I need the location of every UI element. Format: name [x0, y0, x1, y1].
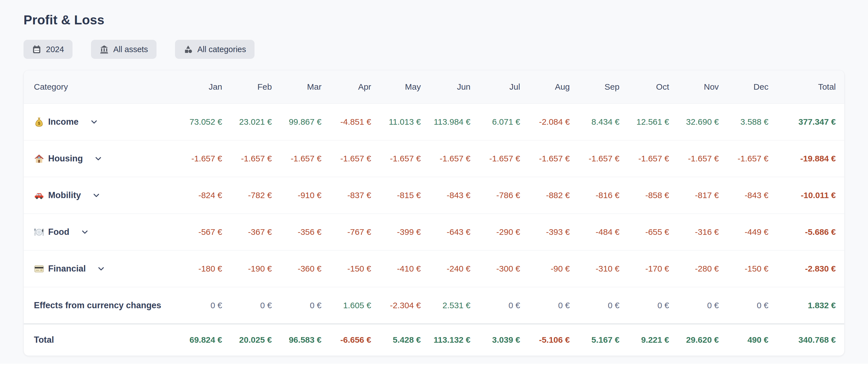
value-cell: -6.656 € — [330, 324, 379, 355]
chevron-down-icon[interactable] — [92, 191, 100, 200]
value-cell: -5.106 € — [529, 324, 578, 355]
categories-filter-button[interactable]: All categories — [175, 40, 254, 59]
money-bag-icon: $ — [34, 117, 44, 127]
value-cell: 99.867 € — [280, 104, 330, 140]
value-cell: 32.690 € — [678, 104, 727, 140]
value-cell: -843 € — [429, 177, 479, 214]
value-cell: 0 € — [678, 287, 727, 324]
chevron-down-icon[interactable] — [81, 228, 89, 236]
value-cell: 5.167 € — [578, 324, 628, 355]
profit-loss-table: CategoryJanFebMarAprMayJunJulAugSepOctNo… — [24, 70, 844, 355]
bank-icon — [99, 45, 109, 54]
value-cell: 0 € — [231, 287, 280, 324]
credit-card-icon — [34, 264, 44, 274]
value-cell: 2.531 € — [429, 287, 479, 324]
column-header-feb: Feb — [231, 70, 280, 104]
value-cell: -1.657 € — [678, 140, 727, 177]
table-row: Housing -1.657 €-1.657 €-1.657 €-1.657 €… — [24, 140, 844, 177]
value-cell: -484 € — [578, 214, 628, 251]
value-cell: -170 € — [628, 251, 677, 287]
column-header-total: Total — [777, 70, 844, 104]
value-cell: 0 € — [479, 287, 528, 324]
value-cell: 11.013 € — [380, 104, 429, 140]
chevron-down-icon[interactable] — [97, 264, 105, 273]
row-total-cell: -19.884 € — [777, 140, 844, 177]
row-total-cell: 340.768 € — [777, 324, 844, 355]
value-cell: 113.984 € — [429, 104, 479, 140]
value-cell: -300 € — [479, 251, 528, 287]
table-row: Financial -180 €-190 €-360 €-150 €-410 €… — [24, 251, 844, 287]
svg-text:$: $ — [38, 121, 40, 125]
food-icon — [34, 227, 44, 237]
table-row: Mobility -824 €-782 €-910 €-837 €-815 €-… — [24, 177, 844, 214]
column-header-apr: Apr — [330, 70, 379, 104]
value-cell: 3.588 € — [727, 104, 777, 140]
table-row: Total 69.824 €20.025 €96.583 €-6.656 €5.… — [24, 324, 844, 355]
chevron-down-icon[interactable] — [94, 154, 102, 163]
column-header-sep: Sep — [578, 70, 628, 104]
value-cell: 0 € — [578, 287, 628, 324]
chevron-down-icon[interactable] — [90, 118, 98, 126]
value-cell: -1.657 € — [578, 140, 628, 177]
value-cell: -1.657 € — [280, 140, 330, 177]
category-cell[interactable]: Financial — [24, 251, 181, 287]
value-cell: 69.824 € — [181, 324, 230, 355]
value-cell: -190 € — [231, 251, 280, 287]
value-cell: -1.657 € — [727, 140, 777, 177]
value-cell: -782 € — [231, 177, 280, 214]
column-header-nov: Nov — [678, 70, 727, 104]
column-header-aug: Aug — [529, 70, 578, 104]
category-cell[interactable]: Food — [24, 214, 181, 251]
value-cell: -655 € — [628, 214, 677, 251]
value-cell: 12.561 € — [628, 104, 677, 140]
value-cell: 5.428 € — [380, 324, 429, 355]
value-cell: -90 € — [529, 251, 578, 287]
value-cell: 20.025 € — [231, 324, 280, 355]
value-cell: -393 € — [529, 214, 578, 251]
category-label: Effects from currency changes — [34, 301, 161, 311]
value-cell: 1.605 € — [330, 287, 379, 324]
value-cell: 0 € — [280, 287, 330, 324]
value-cell: -824 € — [181, 177, 230, 214]
calendar-icon — [32, 45, 41, 54]
value-cell: -817 € — [678, 177, 727, 214]
category-label: Financial — [48, 264, 86, 274]
car-icon — [34, 190, 44, 201]
value-cell: 73.052 € — [181, 104, 230, 140]
value-cell: -910 € — [280, 177, 330, 214]
column-header-jul: Jul — [479, 70, 528, 104]
value-cell: -882 € — [529, 177, 578, 214]
house-icon — [34, 153, 44, 164]
value-cell: -2.304 € — [380, 287, 429, 324]
value-cell: -150 € — [727, 251, 777, 287]
category-label: Income — [48, 117, 79, 127]
value-cell: -1.657 € — [628, 140, 677, 177]
value-cell: -310 € — [578, 251, 628, 287]
value-cell: 9.221 € — [628, 324, 677, 355]
categories-filter-label: All categories — [197, 45, 246, 54]
column-header-oct: Oct — [628, 70, 677, 104]
value-cell: 3.039 € — [479, 324, 528, 355]
column-header-jan: Jan — [181, 70, 230, 104]
category-cell[interactable]: $ Income — [24, 104, 181, 140]
value-cell: -316 € — [678, 214, 727, 251]
value-cell: -356 € — [280, 214, 330, 251]
value-cell: -1.657 € — [429, 140, 479, 177]
value-cell: -410 € — [380, 251, 429, 287]
value-cell: -786 € — [479, 177, 528, 214]
table-header-row: CategoryJanFebMarAprMayJunJulAugSepOctNo… — [24, 70, 844, 104]
value-cell: -360 € — [280, 251, 330, 287]
category-cell[interactable]: Mobility — [24, 177, 181, 214]
year-filter-button[interactable]: 2024 — [24, 40, 72, 59]
category-cell: Total — [24, 324, 181, 355]
value-cell: -816 € — [578, 177, 628, 214]
value-cell: -837 € — [330, 177, 379, 214]
column-header-may: May — [380, 70, 429, 104]
category-label: Mobility — [48, 190, 81, 200]
table-row: $ Income 73.052 €23.021 €99.867 €-4.851 … — [24, 104, 844, 140]
assets-filter-button[interactable]: All assets — [91, 40, 157, 59]
assets-filter-label: All assets — [114, 45, 148, 54]
value-cell: -1.657 € — [479, 140, 528, 177]
category-cell[interactable]: Housing — [24, 140, 181, 177]
value-cell: 113.132 € — [429, 324, 479, 355]
